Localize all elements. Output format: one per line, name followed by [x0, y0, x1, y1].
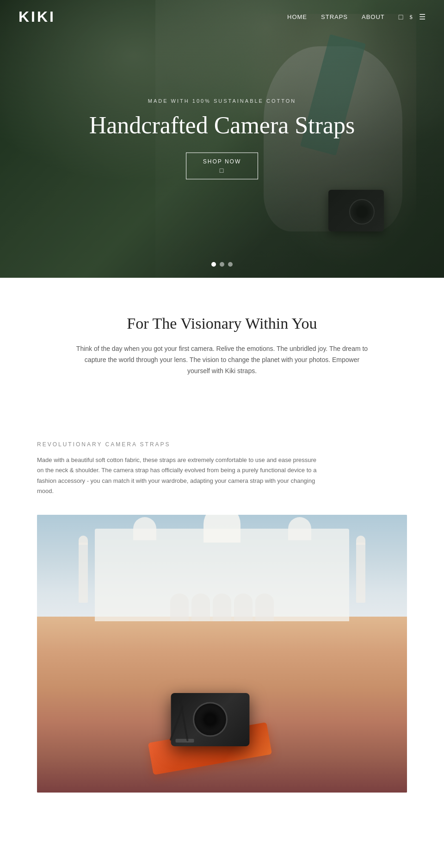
arch-5	[255, 593, 274, 621]
main-dome	[204, 515, 240, 543]
shop-now-button[interactable]: SHOP NOW □	[186, 153, 258, 180]
product-image	[37, 515, 407, 793]
hero-section: MADE WITH 100% SUSTAINABLE COTTON Handcr…	[0, 0, 444, 278]
hero-dots	[211, 262, 233, 267]
nav-straps[interactable]: STRAPS	[321, 13, 348, 20]
shop-now-label: SHOP NOW	[203, 159, 241, 165]
building	[95, 529, 349, 621]
left-dome	[133, 517, 156, 540]
hero-subtitle: MADE WITH 100% SUSTAINABLE COTTON	[83, 98, 361, 104]
nav-links: HOME STRAPS ABOUT □ $ ☰	[287, 12, 426, 21]
arch-2	[191, 593, 210, 621]
logo[interactable]: KIKI	[18, 8, 56, 25]
visionary-title: For The Visionary Within You	[56, 315, 388, 332]
arch-4	[234, 593, 253, 621]
hero-content: MADE WITH 100% SUSTAINABLE COTTON Handcr…	[83, 98, 361, 179]
currency-icon: $	[410, 13, 413, 21]
revolutionary-section: REVOLUTIONARY CAMERA STRAPS Made with a …	[0, 413, 444, 496]
product-image-section	[0, 515, 444, 793]
revolutionary-text: Made with a beautiful soft cotton fabric…	[37, 455, 324, 496]
arch-3	[213, 593, 231, 621]
visionary-section: For The Visionary Within You Think of th…	[0, 278, 444, 413]
hero-title: Handcrafted Camera Straps	[83, 112, 361, 138]
minaret-right	[356, 543, 365, 603]
arch-1	[170, 593, 189, 621]
revolutionary-label: REVOLUTIONARY CAMERA STRAPS	[37, 441, 407, 448]
minaret-left	[79, 543, 88, 603]
navigation: KIKI HOME STRAPS ABOUT □ $ ☰	[0, 0, 444, 34]
menu-icon[interactable]: ☰	[419, 12, 426, 21]
dot-2[interactable]	[220, 262, 224, 267]
camera-brand-mark	[176, 739, 194, 743]
nav-home[interactable]: HOME	[287, 13, 307, 20]
camera-lens-product	[193, 702, 228, 737]
arches	[170, 593, 274, 621]
nav-icons: □ $ ☰	[399, 12, 426, 21]
search-icon[interactable]: □	[399, 13, 403, 21]
dot-1[interactable]	[211, 262, 216, 267]
nav-about[interactable]: ABOUT	[362, 13, 385, 20]
dot-3[interactable]	[228, 262, 233, 267]
visionary-text: Think of the day when you got your first…	[74, 343, 370, 376]
arrow-icon: □	[220, 167, 224, 175]
right-dome	[288, 517, 311, 540]
